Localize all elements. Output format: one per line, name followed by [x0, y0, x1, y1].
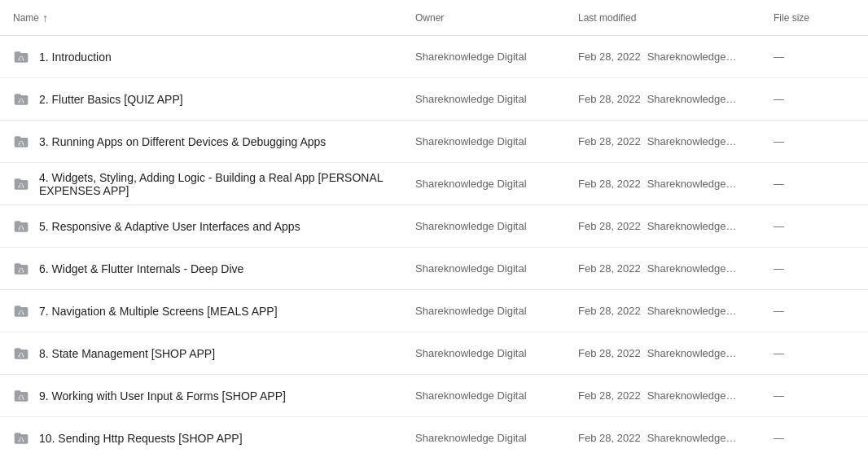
table-row[interactable]: 4. Widgets, Styling, Adding Logic - Buil…	[0, 163, 868, 205]
file-name: 10. Sending Http Requests [SHOP APP]	[39, 432, 243, 445]
row-name-cell: 2. Flutter Basics [QUIZ APP]	[13, 91, 415, 108]
modified-date: Feb 28, 2022	[578, 178, 641, 190]
row-size-cell: —	[774, 135, 855, 147]
modified-date: Feb 28, 2022	[578, 305, 641, 317]
folder-shared-icon	[13, 430, 29, 446]
row-size-cell: —	[774, 51, 855, 63]
column-header-owner[interactable]: Owner	[415, 12, 578, 24]
row-owner-cell: Shareknowledge Digital	[415, 93, 578, 105]
modified-date: Feb 28, 2022	[578, 262, 641, 275]
row-name-cell: 10. Sending Http Requests [SHOP APP]	[13, 430, 415, 446]
file-name: 5. Responsive & Adaptive User Interfaces…	[39, 220, 300, 233]
file-name: 4. Widgets, Styling, Adding Logic - Buil…	[39, 171, 415, 197]
column-header-size[interactable]: File size	[774, 12, 855, 24]
folder-shared-icon	[13, 345, 29, 362]
name-label: Name	[13, 12, 39, 24]
modified-user: Shareknowledge ...	[647, 389, 737, 402]
row-name-cell: 9. Working with User Input & Forms [SHOP…	[13, 388, 415, 404]
row-modified-cell: Feb 28, 2022 Shareknowledge ...	[578, 432, 774, 444]
row-modified-cell: Feb 28, 2022 Shareknowledge ...	[578, 389, 774, 402]
row-size-cell: —	[774, 220, 855, 232]
modified-user: Shareknowledge ...	[647, 347, 737, 359]
column-header-name[interactable]: Name ↑	[13, 11, 415, 24]
row-modified-cell: Feb 28, 2022 Shareknowledge ...	[578, 220, 774, 232]
modified-date: Feb 28, 2022	[578, 347, 641, 359]
table-row[interactable]: 8. State Management [SHOP APP] Shareknow…	[0, 332, 868, 375]
modified-user: Shareknowledge ...	[647, 51, 737, 63]
row-size-cell: —	[774, 347, 855, 359]
row-owner-cell: Shareknowledge Digital	[415, 305, 578, 317]
row-size-cell: —	[774, 389, 855, 402]
row-name-cell: 5. Responsive & Adaptive User Interfaces…	[13, 218, 415, 235]
row-owner-cell: Shareknowledge Digital	[415, 178, 578, 190]
modified-date: Feb 28, 2022	[578, 135, 641, 147]
row-name-cell: 6. Widget & Flutter Internals - Deep Div…	[13, 261, 415, 277]
folder-shared-icon	[13, 303, 29, 319]
row-modified-cell: Feb 28, 2022 Shareknowledge ...	[578, 93, 774, 105]
modified-date: Feb 28, 2022	[578, 389, 641, 402]
row-owner-cell: Shareknowledge Digital	[415, 389, 578, 402]
file-name: 2. Flutter Basics [QUIZ APP]	[39, 93, 183, 106]
table-row[interactable]: 7. Navigation & Multiple Screens [MEALS …	[0, 290, 868, 332]
row-owner-cell: Shareknowledge Digital	[415, 220, 578, 232]
row-owner-cell: Shareknowledge Digital	[415, 135, 578, 147]
row-modified-cell: Feb 28, 2022 Shareknowledge ...	[578, 262, 774, 275]
row-modified-cell: Feb 28, 2022 Shareknowledge ...	[578, 305, 774, 317]
modified-user: Shareknowledge ...	[647, 93, 737, 105]
modified-user: Shareknowledge ...	[647, 432, 737, 444]
table-row[interactable]: 6. Widget & Flutter Internals - Deep Div…	[0, 248, 868, 290]
table-row[interactable]: 1. Introduction Shareknowledge Digital F…	[0, 36, 868, 78]
folder-shared-icon	[13, 134, 29, 150]
row-name-cell: 1. Introduction	[13, 49, 415, 65]
folder-shared-icon	[13, 218, 29, 235]
modified-user: Shareknowledge ...	[647, 262, 737, 275]
file-name: 7. Navigation & Multiple Screens [MEALS …	[39, 305, 278, 318]
row-size-cell: —	[774, 305, 855, 317]
row-modified-cell: Feb 28, 2022 Shareknowledge ...	[578, 51, 774, 63]
modified-date: Feb 28, 2022	[578, 51, 641, 63]
row-size-cell: —	[774, 178, 855, 190]
modified-date: Feb 28, 2022	[578, 93, 641, 105]
row-owner-cell: Shareknowledge Digital	[415, 432, 578, 444]
file-table: Name ↑ Owner Last modified File size 1. …	[0, 0, 868, 453]
table-header: Name ↑ Owner Last modified File size	[0, 0, 868, 36]
modified-user: Shareknowledge ...	[647, 135, 737, 147]
row-size-cell: —	[774, 432, 855, 444]
row-name-cell: 3. Running Apps on Different Devices & D…	[13, 134, 415, 150]
table-row[interactable]: 5. Responsive & Adaptive User Interfaces…	[0, 205, 868, 248]
row-name-cell: 7. Navigation & Multiple Screens [MEALS …	[13, 303, 415, 319]
file-name: 3. Running Apps on Different Devices & D…	[39, 135, 326, 148]
modified-date: Feb 28, 2022	[578, 220, 641, 232]
table-row[interactable]: 10. Sending Http Requests [SHOP APP] Sha…	[0, 417, 868, 453]
modified-user: Shareknowledge ...	[647, 305, 737, 317]
folder-shared-icon	[13, 388, 29, 404]
table-row[interactable]: 3. Running Apps on Different Devices & D…	[0, 121, 868, 163]
file-name: 9. Working with User Input & Forms [SHOP…	[39, 389, 286, 402]
modified-user: Shareknowledge ...	[647, 178, 737, 190]
modified-date: Feb 28, 2022	[578, 432, 641, 444]
row-size-cell: —	[774, 262, 855, 275]
row-owner-cell: Shareknowledge Digital	[415, 51, 578, 63]
row-owner-cell: Shareknowledge Digital	[415, 347, 578, 359]
table-body: 1. Introduction Shareknowledge Digital F…	[0, 36, 868, 453]
row-owner-cell: Shareknowledge Digital	[415, 262, 578, 275]
file-name: 8. State Management [SHOP APP]	[39, 347, 215, 360]
row-modified-cell: Feb 28, 2022 Shareknowledge ...	[578, 347, 774, 359]
row-name-cell: 8. State Management [SHOP APP]	[13, 345, 415, 362]
folder-shared-icon	[13, 176, 29, 192]
file-name: 6. Widget & Flutter Internals - Deep Div…	[39, 262, 243, 275]
file-name: 1. Introduction	[39, 51, 112, 64]
modified-user: Shareknowledge ...	[647, 220, 737, 232]
row-modified-cell: Feb 28, 2022 Shareknowledge ...	[578, 135, 774, 147]
table-row[interactable]: 2. Flutter Basics [QUIZ APP] Shareknowle…	[0, 78, 868, 121]
folder-shared-icon	[13, 91, 29, 108]
row-modified-cell: Feb 28, 2022 Shareknowledge ...	[578, 178, 774, 190]
folder-shared-icon	[13, 49, 29, 65]
folder-shared-icon	[13, 261, 29, 277]
table-row[interactable]: 9. Working with User Input & Forms [SHOP…	[0, 375, 868, 417]
column-header-modified[interactable]: Last modified	[578, 12, 774, 24]
sort-ascending-icon: ↑	[42, 11, 48, 24]
row-name-cell: 4. Widgets, Styling, Adding Logic - Buil…	[13, 171, 415, 197]
row-size-cell: —	[774, 93, 855, 105]
